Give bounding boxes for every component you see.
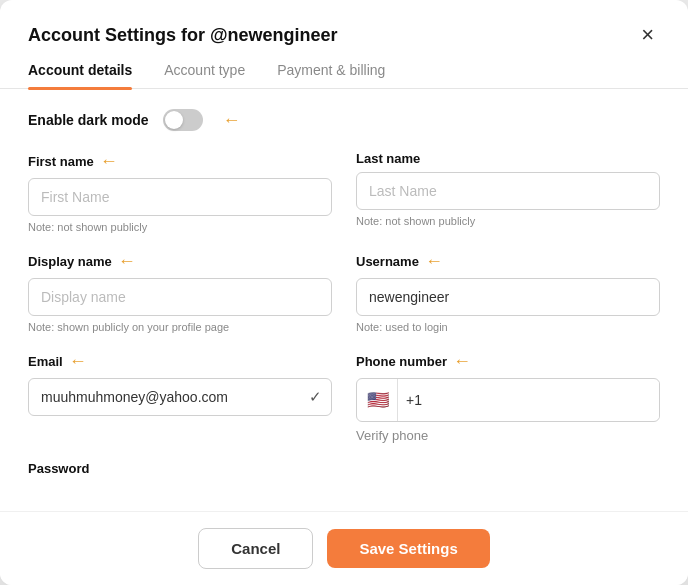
tabs-bar: Account details Account type Payment & b…	[0, 62, 688, 89]
arrow-first-name: ←	[100, 151, 118, 172]
phone-input[interactable]	[430, 382, 659, 418]
last-name-input[interactable]	[356, 172, 660, 210]
last-name-group: Last name Note: not shown publicly	[356, 151, 660, 233]
username-note: Note: used to login	[356, 321, 660, 333]
arrow-phone: ←	[453, 351, 471, 372]
username-input[interactable]	[356, 278, 660, 316]
password-group: Password	[28, 461, 332, 482]
email-checkmark: ✓	[309, 388, 322, 406]
password-row: Password	[28, 461, 660, 482]
arrow-username: ←	[425, 251, 443, 272]
email-label: Email ←	[28, 351, 332, 372]
display-name-input[interactable]	[28, 278, 332, 316]
tab-account-details[interactable]: Account details	[28, 62, 132, 88]
name-fields-row: First name ← Note: not shown publicly La…	[28, 151, 660, 233]
modal-footer: Cancel Save Settings	[0, 511, 688, 585]
first-name-input[interactable]	[28, 178, 332, 216]
display-username-row: Display name ← Note: shown publicly on y…	[28, 251, 660, 333]
display-name-label: Display name ←	[28, 251, 332, 272]
email-phone-row: Email ← ✓ Phone number ← 🇺🇸 +1	[28, 351, 660, 443]
dark-mode-label: Enable dark mode	[28, 112, 149, 128]
phone-country-code: +1	[398, 382, 430, 418]
password-label: Password	[28, 461, 332, 476]
arrow-display-name: ←	[118, 251, 136, 272]
close-button[interactable]: ×	[635, 22, 660, 48]
tab-account-type[interactable]: Account type	[164, 62, 245, 88]
first-name-note: Note: not shown publicly	[28, 221, 332, 233]
cancel-button[interactable]: Cancel	[198, 528, 313, 569]
dark-mode-toggle[interactable]	[163, 109, 203, 131]
email-wrapper: ✓	[28, 378, 332, 416]
first-name-group: First name ← Note: not shown publicly	[28, 151, 332, 233]
phone-group: Phone number ← 🇺🇸 +1 Verify phone	[356, 351, 660, 443]
email-input[interactable]	[28, 378, 332, 416]
account-settings-modal: Account Settings for @newengineer × Acco…	[0, 0, 688, 585]
arrow-email: ←	[69, 351, 87, 372]
verify-phone-link[interactable]: Verify phone	[356, 428, 660, 443]
display-name-note: Note: shown publicly on your profile pag…	[28, 321, 332, 333]
main-content: Enable dark mode ← First name ← Note: no…	[0, 89, 688, 482]
save-button[interactable]: Save Settings	[327, 529, 489, 568]
modal-header: Account Settings for @newengineer ×	[0, 0, 688, 48]
email-group: Email ← ✓	[28, 351, 332, 443]
username-label: Username ←	[356, 251, 660, 272]
toggle-knob	[165, 111, 183, 129]
phone-label: Phone number ←	[356, 351, 660, 372]
phone-wrapper: 🇺🇸 +1	[356, 378, 660, 422]
phone-flag-selector[interactable]: 🇺🇸	[357, 379, 398, 421]
username-group: Username ← Note: used to login	[356, 251, 660, 333]
first-name-label: First name ←	[28, 151, 332, 172]
dark-mode-row: Enable dark mode ←	[28, 109, 660, 131]
last-name-label: Last name	[356, 151, 660, 166]
last-name-note: Note: not shown publicly	[356, 215, 660, 227]
display-name-group: Display name ← Note: shown publicly on y…	[28, 251, 332, 333]
arrow-dark-mode: ←	[223, 110, 241, 131]
modal-title: Account Settings for @newengineer	[28, 25, 338, 46]
tab-payment-billing[interactable]: Payment & billing	[277, 62, 385, 88]
flag-emoji: 🇺🇸	[367, 389, 389, 411]
